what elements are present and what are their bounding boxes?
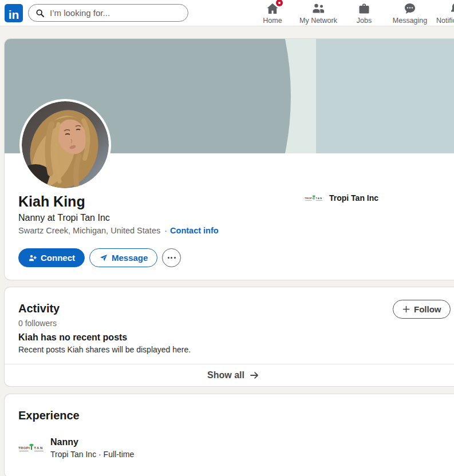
ellipsis-icon — [174, 257, 176, 259]
svg-text:TROPI: TROPI — [305, 196, 313, 199]
current-company-link[interactable]: TROPI TAN Tropi Tan Inc — [305, 193, 378, 203]
banner-right-band — [316, 39, 454, 153]
person-add-icon — [28, 253, 37, 263]
my-network-icon — [311, 2, 325, 15]
nav-home[interactable]: Home — [250, 0, 295, 26]
experience-card: Experience TROPI TAN Nanny Tropi Tan Inc… — [5, 394, 454, 476]
nav-messaging[interactable]: Messaging — [387, 0, 433, 26]
global-header: in Home My Network Jobs — [0, 0, 454, 26]
experience-entry: TROPI TAN Nanny Tropi Tan Inc · Full-tim… — [5, 434, 454, 462]
jobs-icon — [357, 2, 371, 15]
nav-label: Notifications — [436, 17, 454, 25]
message-button[interactable]: Message — [89, 248, 157, 267]
profile-actions: Connect Message — [18, 248, 448, 267]
plus-icon — [402, 305, 410, 314]
nav-my-network[interactable]: My Network — [295, 0, 341, 26]
notification-dot — [276, 0, 283, 6]
company-logo[interactable]: TROPI TAN — [18, 434, 46, 462]
nav-label: Messaging — [393, 17, 427, 25]
experience-company-meta: Tropi Tan Inc · Full-time — [50, 450, 134, 459]
profile-photo[interactable] — [19, 99, 111, 191]
separator-dot: · — [164, 226, 167, 235]
home-icon — [266, 2, 279, 15]
experience-title: Experience — [18, 408, 448, 423]
search-bar[interactable] — [28, 4, 188, 22]
show-all-activity[interactable]: Show all — [5, 364, 454, 386]
profile-location-row: Swartz Creek, Michigan, United States·Co… — [18, 225, 448, 236]
activity-title: Activity — [18, 301, 448, 316]
contact-info-link[interactable]: Contact info — [170, 226, 219, 235]
activity-empty-title: Kiah has no recent posts — [18, 332, 448, 343]
svg-text:TAN: TAN — [34, 446, 44, 450]
company-logo-small: TROPI TAN — [305, 194, 324, 203]
linkedin-logo[interactable]: in — [5, 4, 23, 22]
profile-location: Swartz Creek, Michigan, United States — [18, 226, 160, 235]
arrow-right-icon — [249, 370, 259, 380]
connect-button[interactable]: Connect — [18, 248, 85, 267]
search-icon — [35, 9, 45, 18]
ellipsis-icon — [168, 257, 169, 259]
nav-label: Jobs — [357, 17, 372, 25]
global-nav: Home My Network Jobs Messaging Notificat… — [250, 0, 454, 26]
nav-label: Home — [263, 17, 282, 25]
experience-role[interactable]: Nanny — [50, 437, 134, 447]
notifications-icon — [449, 2, 454, 15]
profile-name[interactable]: Kiah King — [18, 193, 448, 210]
follower-count: 0 followers — [18, 318, 448, 328]
more-actions-button[interactable] — [162, 248, 181, 267]
follow-label: Follow — [414, 304, 441, 314]
messaging-icon — [403, 2, 417, 15]
svg-text:TROPI: TROPI — [18, 446, 30, 450]
show-all-label: Show all — [207, 370, 244, 380]
message-label: Message — [112, 253, 148, 263]
ellipsis-icon — [171, 257, 172, 259]
search-input[interactable] — [50, 8, 181, 18]
company-name[interactable]: Tropi Tan Inc — [329, 193, 378, 203]
send-icon — [99, 253, 108, 263]
profile-card: Kiah King Nanny at Tropi Tan Inc Swartz … — [5, 39, 454, 280]
follow-button[interactable]: Follow — [393, 300, 451, 319]
activity-empty-subtitle: Recent posts Kiah shares will be display… — [18, 344, 448, 364]
profile-headline: Nanny at Tropi Tan Inc — [18, 212, 448, 224]
nav-label: My Network — [299, 17, 337, 25]
svg-text:TAN: TAN — [315, 196, 322, 199]
nav-jobs[interactable]: Jobs — [341, 0, 387, 26]
connect-label: Connect — [41, 253, 75, 263]
nav-notifications[interactable]: Notifications — [433, 0, 454, 26]
activity-card: Activity 0 followers Kiah has no recent … — [5, 287, 454, 386]
